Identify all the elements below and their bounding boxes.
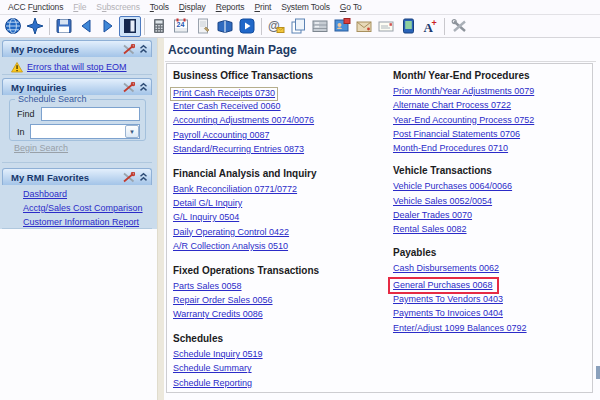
link-vehicle-purchases-0064-0066[interactable]: Vehicle Purchases 0064/0066 — [393, 181, 512, 191]
panel-header-my-procedures[interactable]: My Procedures — [2, 40, 152, 57]
panel-icon[interactable] — [119, 16, 141, 37]
begin-search-link[interactable]: Begin Search — [14, 143, 68, 153]
content-box: Business Office TransactionsPrint Cash R… — [166, 63, 593, 393]
panel-tools-icon[interactable] — [122, 172, 135, 183]
combo-dropdown-icon[interactable]: ▼ — [125, 125, 139, 138]
link-dealer-trades-0070[interactable]: Dealer Trades 0070 — [393, 210, 472, 220]
menu-item-acc-functions[interactable]: ACC Functions — [3, 1, 68, 14]
menu-item-subscreens[interactable]: Subscreens — [91, 1, 144, 14]
link-row: Parts Sales 0058 — [173, 279, 393, 293]
copy-pages-icon[interactable] — [287, 16, 309, 37]
mail-at-icon[interactable]: @ — [265, 16, 287, 37]
link-payroll-accounting-0087[interactable]: Payroll Accounting 0087 — [173, 130, 270, 140]
find-label: Find — [17, 109, 41, 119]
link-year-end-accounting-process-0752[interactable]: Year-End Accounting Process 0752 — [393, 115, 534, 125]
panel-header-my-inquiries[interactable]: My Inquiries — [2, 78, 152, 95]
link-print-cash-receipts-0730[interactable]: Print Cash Receipts 0730 — [173, 88, 275, 98]
link-row: Month-End Procedures 0710 — [393, 141, 592, 155]
calendar-icon[interactable]: 24 — [170, 16, 192, 37]
link-alternate-chart-process-0722[interactable]: Alternate Chart Process 0722 — [393, 100, 511, 110]
card-file-icon[interactable] — [309, 16, 331, 37]
tools-icon[interactable] — [448, 16, 470, 37]
panel-tools-icon[interactable] — [122, 82, 135, 93]
link-g-l-inquiry-0504[interactable]: G/L Inquiry 0504 — [173, 212, 239, 222]
link-schedule-summary[interactable]: Schedule Summary — [173, 363, 252, 373]
globe-icon[interactable] — [2, 16, 24, 37]
section-header-financial-analysis-and-inquiry: Financial Analysis and Inquiry — [173, 167, 393, 181]
link-payments-to-invoices-0404[interactable]: Payments To Invoices 0404 — [393, 308, 503, 318]
toolbar: 24@A+ — [0, 15, 600, 38]
user-screen-icon[interactable] — [331, 16, 353, 37]
menu-item-print[interactable]: Print — [249, 1, 276, 14]
link-row: Standard/Recurring Entries 0873 — [173, 142, 393, 156]
link-schedule-inquiry-0519[interactable]: Schedule Inquiry 0519 — [173, 349, 263, 359]
menu-item-tools[interactable]: Tools — [145, 1, 174, 14]
link-row: Alternate Chart Process 0722 — [393, 98, 592, 112]
document-icon[interactable] — [192, 16, 214, 37]
link-rental-sales-0082[interactable]: Rental Sales 0082 — [393, 224, 467, 234]
run-icon[interactable] — [236, 16, 258, 37]
favorite-link-acctg-sales-cost-comparison[interactable]: Acctg/Sales Cost Comparison — [23, 202, 152, 216]
menu-item-display[interactable]: Display — [174, 1, 211, 14]
favorite-link-dashboard[interactable]: Dashboard — [23, 188, 152, 202]
link-cash-disbursements-0062[interactable]: Cash Disbursements 0062 — [393, 263, 499, 273]
menu-bar: ACC FunctionsFileSubscreensToolsDisplayR… — [0, 0, 600, 15]
link-row: Daily Operating Control 0422 — [173, 225, 393, 239]
collapse-chevron-icon[interactable] — [139, 44, 148, 54]
link-post-financial-statements-0706[interactable]: Post Financial Statements 0706 — [393, 129, 520, 139]
link-row: A/R Collection Analysis 0510 — [173, 239, 393, 253]
collapse-chevron-icon[interactable] — [139, 172, 148, 182]
splitter[interactable] — [157, 38, 164, 400]
link-repair-order-sales-0056[interactable]: Repair Order Sales 0056 — [173, 295, 273, 305]
link-parts-sales-0058[interactable]: Parts Sales 0058 — [173, 281, 242, 291]
link-detail-g-l-inquiry[interactable]: Detail G/L Inquiry — [173, 198, 242, 208]
pda-icon[interactable] — [397, 16, 419, 37]
section-header-business-office-transactions: Business Office Transactions — [173, 69, 393, 83]
svg-text:+: + — [432, 18, 437, 28]
panel-header-my-rmi-favorites[interactable]: My RMI Favorites — [2, 168, 152, 185]
link-daily-operating-control-0422[interactable]: Daily Operating Control 0422 — [173, 227, 289, 237]
link-warranty-credits-0086[interactable]: Warranty Credits 0086 — [173, 309, 263, 319]
link-standard-recurring-entries-0873[interactable]: Standard/Recurring Entries 0873 — [173, 144, 304, 154]
link-enter-cash-received-0060[interactable]: Enter Cash Received 0060 — [173, 101, 281, 111]
link-payments-to-vendors-0403[interactable]: Payments To Vendors 0403 — [393, 294, 503, 304]
errors-eom-link[interactable]: Errors that will stop EOM — [27, 62, 127, 72]
link-vehicle-sales-0052-0054[interactable]: Vehicle Sales 0052/0054 — [393, 196, 492, 206]
link-bank-reconciliation-0771-0772[interactable]: Bank Reconciliation 0771/0772 — [173, 184, 297, 194]
find-input[interactable] — [41, 107, 140, 121]
toolbar-separator — [444, 18, 445, 35]
menu-item-file[interactable]: File — [68, 1, 91, 14]
link-month-end-procedures-0710[interactable]: Month-End Procedures 0710 — [393, 143, 508, 153]
link-schedule-reporting[interactable]: Schedule Reporting — [173, 378, 252, 388]
mail-home-icon[interactable] — [353, 16, 375, 37]
section-financial-analysis-and-inquiry: Financial Analysis and InquiryBank Recon… — [173, 167, 393, 253]
link-row: Enter/Adjust 1099 Balances 0792 — [393, 321, 592, 335]
mail-card-icon[interactable] — [375, 16, 397, 37]
nav-back-icon[interactable] — [75, 16, 97, 37]
link-prior-month-year-adjustments-0079[interactable]: Prior Month/Year Adjustments 0079 — [393, 86, 534, 96]
panel-my-procedures: My Procedures Errors that will stop EOM — [2, 40, 152, 75]
link-row: Dealer Trades 0070 — [393, 208, 592, 222]
book-icon[interactable] — [214, 16, 236, 37]
save-icon[interactable] — [53, 16, 75, 37]
nav-forward-icon[interactable] — [97, 16, 119, 37]
panel-tools-icon[interactable] — [122, 44, 135, 55]
collapse-chevron-icon[interactable] — [139, 82, 148, 92]
favorites-list: DashboardAcctg/Sales Cost ComparisonCust… — [2, 185, 152, 229]
font-grow-icon[interactable]: A+ — [419, 16, 441, 37]
section-month-year-end-procedures: Month/ Year-End ProceduresPrior Month/Ye… — [393, 69, 592, 155]
link-enter-adjust-1099-balances-0792[interactable]: Enter/Adjust 1099 Balances 0792 — [393, 323, 527, 333]
link-accounting-adjustments-0074-0076[interactable]: Accounting Adjustments 0074/0076 — [173, 115, 314, 125]
compass-icon[interactable] — [24, 16, 46, 37]
menu-item-go-to[interactable]: Go To — [335, 1, 367, 14]
link-row: Schedule Inquiry 0519 — [173, 347, 393, 361]
calculator-icon[interactable] — [148, 16, 170, 37]
in-combobox[interactable]: ▼ — [30, 124, 140, 139]
menu-item-reports[interactable]: Reports — [211, 1, 250, 14]
link-row: Payments To Invoices 0404 — [393, 306, 592, 320]
favorite-link-customer-information-report[interactable]: Customer Information Report — [23, 216, 152, 230]
link-a-r-collection-analysis-0510[interactable]: A/R Collection Analysis 0510 — [173, 241, 288, 251]
link-row: Detail G/L Inquiry — [173, 196, 393, 210]
link-general-purchases-0068[interactable]: General Purchases 0068 — [393, 280, 493, 290]
menu-item-system-tools[interactable]: System Tools — [276, 1, 335, 14]
